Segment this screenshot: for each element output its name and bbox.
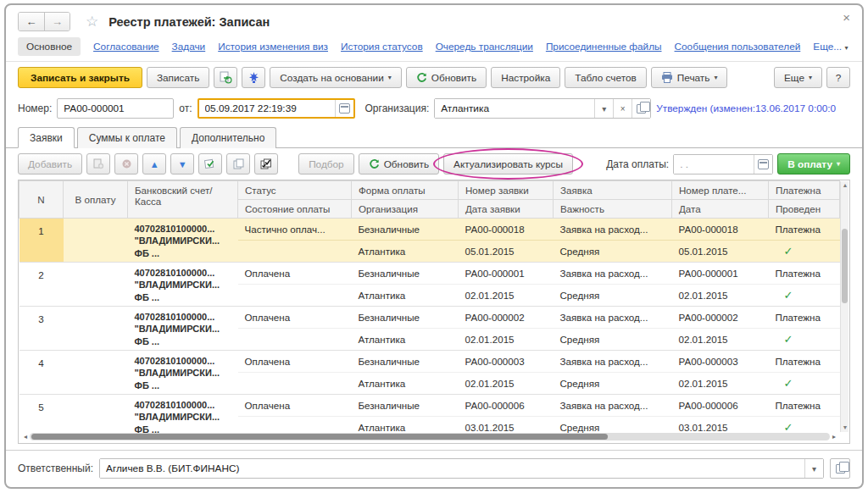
cell-request-date[interactable]: 02.01.2015 xyxy=(459,329,554,351)
accounts-board-button[interactable]: Табло счетов xyxy=(565,67,647,88)
date-input[interactable] xyxy=(199,100,335,117)
grid-refresh-button[interactable]: Обновить xyxy=(359,153,439,174)
cell-payment-form[interactable]: Безналичные xyxy=(352,351,459,373)
cell-request-number[interactable]: РА00-000018 xyxy=(459,219,554,241)
column-subheader[interactable]: Дата заявки xyxy=(459,200,554,219)
table-row[interactable]: 540702810100000..."ВЛАДИМИРСКИ...ФБ ...О… xyxy=(19,395,840,417)
insert-row-button[interactable] xyxy=(86,153,110,174)
column-header[interactable]: В оплату xyxy=(64,181,128,219)
cell-row-number[interactable]: 1 xyxy=(19,219,64,263)
number-input[interactable] xyxy=(57,98,174,119)
cell-row-number[interactable]: 4 xyxy=(19,351,64,395)
create-based-on-button[interactable]: Создать на основании▾ xyxy=(270,67,401,88)
nav-item-main[interactable]: Основное xyxy=(18,37,81,56)
cell-organization[interactable]: Атлантика xyxy=(352,329,459,351)
column-subheader[interactable]: Дата xyxy=(672,200,769,219)
cell-payment-number[interactable]: РА00-000018 xyxy=(672,219,769,241)
cell-importance[interactable]: Средняя xyxy=(554,329,672,351)
cell-payment-form[interactable]: Безналичные xyxy=(352,307,459,329)
column-header[interactable]: N xyxy=(19,181,64,219)
pay-date-calendar-button[interactable] xyxy=(754,155,772,174)
tab-inactive[interactable]: Дополнительно xyxy=(180,127,276,148)
cell-payment-doc[interactable]: Платежна xyxy=(769,219,840,241)
pick-button[interactable]: Подбор xyxy=(298,153,354,174)
cell-payment-number[interactable]: РА00-000003 xyxy=(672,351,769,373)
move-down-button[interactable]: ▼ xyxy=(170,153,194,174)
cell-importance[interactable]: Средняя xyxy=(554,373,672,395)
close-icon[interactable]: × xyxy=(843,10,850,25)
cell-request-number[interactable]: РА00-000001 xyxy=(459,263,554,285)
update-rates-button[interactable]: Актуализировать курсы xyxy=(443,153,573,174)
save-button[interactable]: Записать xyxy=(147,67,209,88)
nav-link[interactable]: История статусов xyxy=(341,41,423,53)
cell-posted-check[interactable]: ✓ xyxy=(769,373,840,395)
scroll-right-icon[interactable]: ▸ xyxy=(832,433,836,440)
tab-inactive[interactable]: Суммы к оплате xyxy=(77,127,177,148)
table-row[interactable]: 140702810100000..."ВЛАДИМИРСКИ...ФБ ...Ч… xyxy=(19,219,840,241)
cell-to-payment[interactable] xyxy=(64,219,128,263)
column-header[interactable]: Номер заявки xyxy=(459,181,554,200)
cell-payment-form[interactable]: Безналичные xyxy=(352,263,459,285)
calendar-button[interactable] xyxy=(335,100,353,117)
organization-clear-button[interactable]: × xyxy=(613,99,632,118)
cell-payment-state[interactable] xyxy=(238,373,352,395)
column-header[interactable]: Номер плате... xyxy=(672,181,769,200)
column-subheader[interactable]: Состояние оплаты xyxy=(238,200,352,219)
cell-request[interactable]: Заявка на расход... xyxy=(554,395,672,417)
cell-request-date[interactable]: 05.01.2015 xyxy=(459,241,554,263)
cell-bank-account[interactable]: 40702810100000..."ВЛАДИМИРСКИ...ФБ ... xyxy=(128,351,238,395)
save-close-button[interactable]: Записать и закрыть xyxy=(18,67,142,88)
cell-payment-date[interactable]: 02.01.2015 xyxy=(672,285,769,307)
cell-payment-state[interactable] xyxy=(238,285,352,307)
cell-importance[interactable]: Средняя xyxy=(554,285,672,307)
favorite-star-icon[interactable]: ☆ xyxy=(86,13,98,30)
column-header[interactable]: Форма оплаты xyxy=(352,181,459,200)
cell-organization[interactable]: Атлантика xyxy=(352,285,459,307)
table-row[interactable]: 240702810100000..."ВЛАДИМИРСКИ...ФБ ...О… xyxy=(19,263,840,285)
nav-link[interactable]: Согласование xyxy=(93,41,159,53)
cell-bank-account[interactable]: 40702810100000..."ВЛАДИМИРСКИ...ФБ ... xyxy=(128,219,238,263)
cell-payment-doc[interactable]: Платежна xyxy=(769,395,840,417)
cell-payment-date[interactable]: 05.01.2015 xyxy=(672,241,769,263)
move-up-button[interactable]: ▲ xyxy=(142,153,166,174)
cell-to-payment[interactable] xyxy=(64,351,128,395)
cell-status[interactable]: Частично оплач... xyxy=(238,219,352,241)
cell-request-date[interactable]: 02.01.2015 xyxy=(459,285,554,307)
column-subheader[interactable]: Проведен xyxy=(769,200,840,219)
scroll-left-icon[interactable]: ◂ xyxy=(24,433,27,440)
organization-open-button[interactable] xyxy=(632,99,650,118)
set-flag-button[interactable] xyxy=(198,153,222,174)
cell-status[interactable]: Оплачена xyxy=(238,263,352,285)
scroll-down-icon[interactable]: ▼ xyxy=(841,424,849,432)
post-document-button[interactable] xyxy=(214,67,237,88)
cell-importance[interactable]: Средняя xyxy=(554,241,672,263)
cell-payment-form[interactable]: Безналичные xyxy=(352,395,459,417)
cell-request[interactable]: Заявка на расход... xyxy=(554,219,672,241)
column-header[interactable]: Статус xyxy=(238,181,352,200)
tab-active[interactable]: Заявки xyxy=(18,127,75,148)
vertical-scrollbar-thumb[interactable] xyxy=(842,229,848,303)
vertical-scrollbar[interactable]: ▲ ▼ xyxy=(840,181,849,432)
horizontal-scrollbar-track[interactable] xyxy=(30,433,830,440)
cell-bank-account[interactable]: 40702810100000..."ВЛАДИМИРСКИ...ФБ ... xyxy=(128,307,238,351)
cell-organization[interactable]: Атлантика xyxy=(352,241,459,263)
cell-payment-state[interactable] xyxy=(238,329,352,351)
to-payment-button[interactable]: В оплату▾ xyxy=(777,153,850,174)
cell-payment-number[interactable]: РА00-000006 xyxy=(672,395,769,417)
organization-dropdown-button[interactable]: ▾ xyxy=(594,99,613,118)
horizontal-scrollbar[interactable]: ◂ ▸ xyxy=(24,432,836,441)
cell-request-date[interactable]: 02.01.2015 xyxy=(459,373,554,395)
cell-row-number[interactable]: 3 xyxy=(19,307,64,351)
cell-to-payment[interactable] xyxy=(64,263,128,307)
column-subheader[interactable]: Важность xyxy=(554,200,672,219)
add-row-button[interactable]: Добавить xyxy=(18,153,82,174)
help-button[interactable]: ? xyxy=(826,67,850,88)
cell-status[interactable]: Оплачена xyxy=(238,395,352,417)
cell-request[interactable]: Заявка на расход... xyxy=(554,263,672,285)
cell-payment-number[interactable]: РА00-000001 xyxy=(672,263,769,285)
responsible-input[interactable] xyxy=(100,459,804,478)
cell-payment-date[interactable]: 02.01.2015 xyxy=(672,373,769,395)
settings-button[interactable]: Настройка xyxy=(491,67,560,88)
responsible-dropdown-button[interactable]: ▾ xyxy=(804,459,823,478)
cell-posted-check[interactable]: ✓ xyxy=(769,241,840,263)
